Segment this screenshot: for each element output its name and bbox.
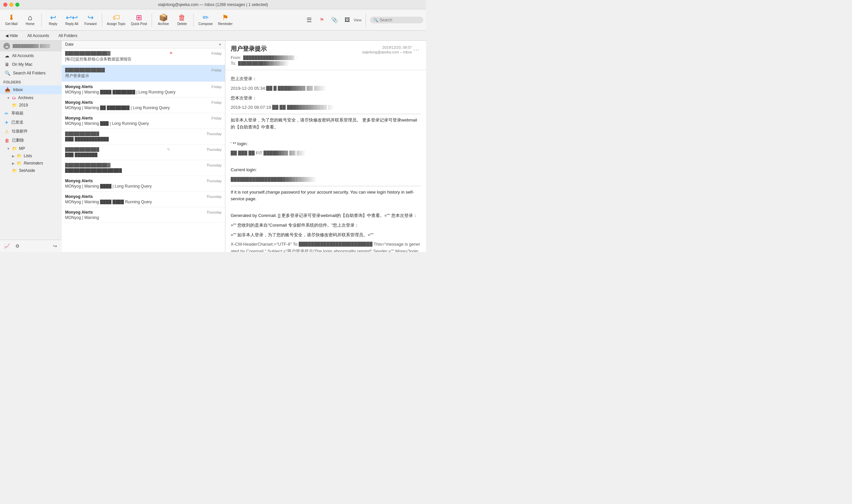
hide-button[interactable]: ◀ Hide: [3, 33, 21, 39]
divider: [231, 114, 421, 114]
message-item[interactable]: Monyog Alerts Friday MONyog | Warning ██…: [62, 97, 225, 113]
message-subject: 用户登录提示: [65, 73, 222, 79]
message-date: Friday: [211, 51, 222, 55]
photo-button[interactable]: 🖼: [342, 15, 352, 25]
export-button[interactable]: ↪: [51, 242, 59, 250]
last-login-label: 您上次登录：: [231, 75, 421, 83]
sidebar-item-lists[interactable]: ▶ 📁 Lists: [0, 152, 62, 160]
sidebar-item-mp[interactable]: ▼ 📁 MP: [0, 145, 62, 152]
flag-button[interactable]: ⚑: [317, 15, 327, 25]
last-login-time: 2019-12-20 05:34:██ █ █████████ ██ ████: [231, 85, 421, 92]
sidebar-item-archives[interactable]: ▼ 🗂 Archives: [0, 94, 62, 102]
email-title: 用户登录提示: [231, 45, 362, 53]
message-item[interactable]: ████████████████ ⚑ Friday [每日]监控集群核心业务数据…: [62, 49, 225, 65]
maximize-button[interactable]: [15, 3, 19, 7]
delete-button[interactable]: 🗑 Delete: [173, 13, 191, 27]
sidebar-item-on-my-mac[interactable]: 🖥 On My Mac: [0, 60, 62, 69]
message-subject: ███ ████████: [65, 152, 222, 157]
sidebar-account[interactable]: ☁ ██████████ ████: [0, 41, 62, 51]
message-subject: ███ ████████████: [65, 137, 222, 142]
reply-icon: ↩: [50, 14, 56, 21]
all-accounts-button[interactable]: All Accounts: [25, 33, 52, 39]
sidebar-item-inbox[interactable]: 📥 Inbox: [0, 86, 62, 94]
message-date: Thursday: [206, 147, 222, 151]
attachment-icon: 📎: [331, 17, 338, 23]
sidebar-item-all-accounts[interactable]: ☁ All Accounts: [0, 51, 62, 60]
sidebar-item-search-all-folders[interactable]: 🔍 Search All Folders: [0, 69, 62, 77]
all-folders-button[interactable]: All Folders: [56, 33, 80, 39]
delete-label: Delete: [177, 22, 187, 26]
current-login-detail: ████████████████████████████: [231, 176, 421, 183]
archives-icon: 🗂: [12, 95, 16, 100]
reply-button[interactable]: ↩ Reply: [45, 13, 62, 27]
quick-post-icon: ⊞: [136, 14, 142, 21]
divider-2: [231, 186, 421, 186]
email-inbox-label: xiajinlong@qeeka.com – Inbox: [362, 50, 412, 54]
main-layout: ☁ ██████████ ████ ☁ All Accounts 🖥 On My…: [0, 41, 426, 252]
email-date: 2019/12/20, 08:07: [362, 46, 412, 49]
sidebar-item-2019[interactable]: 📁 2019: [0, 102, 62, 109]
sidebar-item-deleted[interactable]: 🗑 已删除: [0, 136, 62, 145]
search-box[interactable]: 🔍: [370, 17, 423, 23]
export-icon: ↪: [53, 243, 57, 249]
compose-button[interactable]: ✏ Compose: [196, 13, 215, 27]
sidebar-item-draft[interactable]: ✏ 草稿箱: [0, 109, 62, 118]
archive-label: Archive: [158, 22, 169, 26]
message-sender: Monyog Alerts: [65, 194, 203, 199]
current-login-label: 您本次登录：: [231, 95, 421, 102]
message-item[interactable]: ████████████████ Thursday ██████████████…: [62, 160, 225, 176]
message-item[interactable]: Monyog Alerts Friday MONyog | Warning ██…: [62, 82, 225, 97]
message-item[interactable]: ██████████████ Friday 用户登录提示: [62, 65, 225, 82]
sidebar-item-reminders[interactable]: ▶ 📁 Reminders: [0, 160, 62, 167]
get-mail-button[interactable]: ⬇ Get Mail: [3, 13, 20, 27]
close-button[interactable]: [3, 3, 7, 7]
attachment-button[interactable]: 📎: [330, 15, 339, 25]
message-date: Thursday: [206, 163, 222, 167]
raw-line-3: X-CM-HeaderCharset:="UTF-8" To █████████…: [231, 241, 421, 252]
assign-topic-icon: 🏷: [112, 14, 120, 21]
last-login-detail: ██ ███ ██ FIT ████████ ██ ███: [231, 150, 421, 157]
raw-line-1: ="" 您收到的是来自"Coremail 专业邮件系统的信件。"您上次登录：: [231, 222, 421, 229]
quick-post-button[interactable]: ⊞ Quick Post: [129, 13, 149, 27]
sidebar-item-sent[interactable]: ✈ 已发送: [0, 118, 62, 127]
message-item[interactable]: ████████████ ✎ Thursday ███ ████████: [62, 145, 225, 160]
email-title-section: 用户登录提示 From: ██████████████████ lm To: █…: [231, 45, 362, 66]
home-button[interactable]: ⌂ Home: [21, 13, 39, 27]
sidebar-2019-label: 2019: [19, 103, 28, 107]
from-label: From:: [231, 55, 241, 60]
sidebar-mp-label: MP: [19, 146, 25, 151]
list-view-button[interactable]: ☰: [304, 15, 314, 25]
search-input[interactable]: [379, 18, 420, 22]
email-content: 用户登录提示 From: ██████████████████ lm To: █…: [225, 41, 426, 252]
message-item[interactable]: Monyog Alerts Friday MONyog | Warning ██…: [62, 113, 225, 129]
settings-button[interactable]: ⚙: [13, 242, 21, 250]
reply-all-button[interactable]: ↩↩ Reply All: [63, 13, 81, 27]
message-subject: MONyog | Warning ██ ████████ | Long Runn…: [65, 106, 222, 110]
reminder-button[interactable]: ⚑ Reminder: [216, 13, 234, 27]
security-notice: If it is not yourself,change password fo…: [231, 189, 421, 203]
message-sender: Monyog Alerts: [65, 210, 203, 215]
email-more-button[interactable]: ⋯: [412, 45, 421, 55]
sidebar-all-accounts-label: All Accounts: [12, 53, 34, 58]
activity-button[interactable]: 📈: [3, 242, 11, 250]
draft-icon: ✏: [5, 111, 9, 116]
archive-button[interactable]: 📦 Archive: [155, 13, 172, 27]
sidebar-inbox-label: Inbox: [13, 87, 23, 92]
assign-topic-button[interactable]: 🏷 Assign Topic: [105, 13, 127, 27]
sidebar-item-setaside[interactable]: 📁 SetAside: [0, 167, 62, 174]
sidebar: ☁ ██████████ ████ ☁ All Accounts 🖥 On My…: [0, 41, 62, 240]
minimize-button[interactable]: [10, 3, 13, 7]
raw-line-2: ="" 如非本人登录，为了您的账号安全，请尽快修改密码并联系管理员。="": [231, 232, 421, 239]
sidebar-item-spam[interactable]: ⚠ 垃圾邮件: [0, 127, 62, 136]
message-item[interactable]: Monyog Alerts Thursday MONyog | Warning …: [62, 192, 225, 207]
setaside-icon: 📁: [12, 168, 17, 173]
message-item[interactable]: ████████████ Thursday ███ ████████████: [62, 129, 225, 145]
message-date: Friday: [211, 116, 222, 120]
account-name: ██████████ ████: [13, 44, 58, 48]
sent-icon: ✈: [5, 120, 9, 125]
message-date: Thursday: [206, 195, 222, 199]
email-body: 您上次登录： 2019-12-20 05:34:██ █ █████████ █…: [225, 70, 426, 252]
message-item[interactable]: Monyog Alerts Thursday MONyog | Warning: [62, 207, 225, 223]
forward-button[interactable]: ↪ Forward: [82, 13, 99, 27]
message-item[interactable]: Monyog Alerts Thursday MONyog | Warning …: [62, 176, 225, 192]
